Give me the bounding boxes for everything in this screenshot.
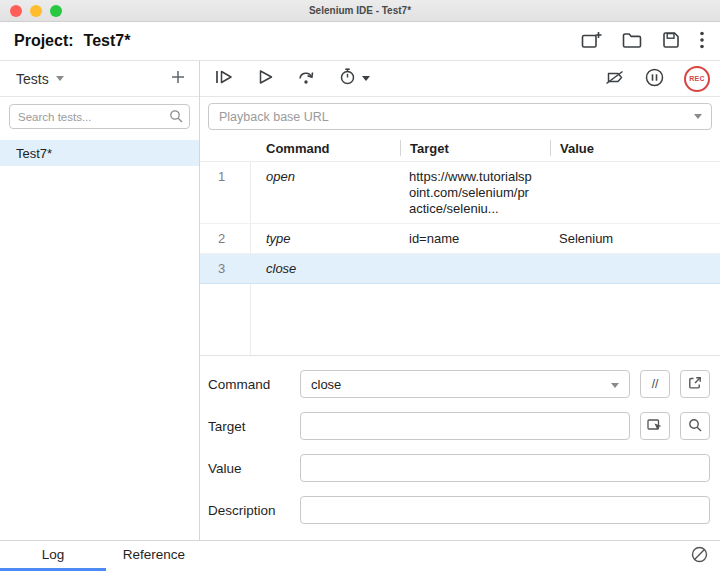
tests-dropdown-caret-icon[interactable] <box>56 76 64 81</box>
search-tests-input[interactable] <box>9 104 190 129</box>
window-title: Selenium IDE - Test7* <box>0 5 720 16</box>
run-current-test-button[interactable] <box>258 69 273 88</box>
new-project-button[interactable] <box>581 31 602 52</box>
header-command: Command <box>250 141 400 156</box>
run-all-tests-button[interactable] <box>214 69 234 88</box>
test-speed-control[interactable] <box>339 68 370 89</box>
table-row-selected[interactable]: 3 close <box>200 254 720 284</box>
save-icon <box>662 31 680 52</box>
new-project-icon <box>581 31 602 52</box>
target-input[interactable] <box>300 412 630 440</box>
target-field-label: Target <box>208 419 300 434</box>
play-icon <box>258 69 273 88</box>
run-all-icon <box>214 69 234 88</box>
content-area: REC Command Target Value 1 <box>200 61 720 540</box>
open-in-new-window-button[interactable] <box>680 370 710 398</box>
clear-log-button[interactable] <box>691 546 708 566</box>
table-row[interactable]: 1 open https://www.tutorialspoint.com/se… <box>200 162 720 224</box>
app-header: Project: Test7* <box>0 22 720 60</box>
command-select-caret-icon <box>611 383 619 388</box>
command-detail-form: Command close // Target <box>200 355 720 540</box>
row-number: 3 <box>200 254 250 283</box>
add-test-button[interactable] <box>171 70 185 87</box>
open-project-button[interactable] <box>622 31 642 52</box>
command-field-label: Command <box>208 377 300 392</box>
circle-slash-icon <box>691 546 708 566</box>
main-area: Tests Test7* <box>0 60 720 540</box>
value-input[interactable] <box>300 454 710 482</box>
project-label: Project: <box>14 32 74 50</box>
table-row[interactable]: 2 type id=name Selenium <box>200 224 720 254</box>
command-table-body: 1 open https://www.tutorialspoint.com/se… <box>200 162 720 355</box>
record-button[interactable]: REC <box>684 66 710 92</box>
command-select-value: close <box>311 377 341 392</box>
project-name: Test7* <box>84 32 131 50</box>
tests-sidebar: Tests Test7* <box>0 61 200 540</box>
kebab-menu-icon <box>700 31 704 52</box>
traffic-lights <box>10 5 62 17</box>
selenium-ide-window: Selenium IDE - Test7* Project: Test7* <box>0 0 720 571</box>
playback-base-url-input[interactable] <box>208 103 712 130</box>
row-target: https://www.tutorialspoint.com/selenium/… <box>400 162 550 223</box>
plus-icon <box>171 70 185 87</box>
open-in-new-icon <box>688 376 702 393</box>
row-command: open <box>250 162 400 223</box>
step-over-button[interactable] <box>297 69 315 88</box>
row-value: Selenium <box>550 224 720 253</box>
row-target <box>400 254 550 283</box>
row-value <box>550 254 720 283</box>
playback-url-row <box>200 97 720 135</box>
test-list-item[interactable]: Test7* <box>0 140 199 166</box>
playback-toolbar: REC <box>200 61 720 97</box>
speed-dropdown-caret-icon <box>362 76 370 81</box>
more-options-button[interactable] <box>700 31 704 52</box>
header-value: Value <box>550 140 720 156</box>
row-value <box>550 162 720 223</box>
tab-reference[interactable]: Reference <box>106 541 202 571</box>
test-list: Test7* <box>0 133 199 540</box>
find-icon <box>688 418 702 435</box>
disable-breakpoints-button[interactable] <box>604 70 625 88</box>
select-target-button[interactable] <box>640 412 670 440</box>
select-target-icon <box>647 418 663 435</box>
step-over-icon <box>297 69 315 88</box>
command-select[interactable]: close <box>300 370 630 398</box>
row-command: type <box>250 224 400 253</box>
footer-bar: Log Reference <box>0 540 720 571</box>
row-command: close <box>250 254 400 283</box>
search-icon <box>169 109 183 127</box>
zoom-window-button[interactable] <box>50 5 62 17</box>
description-input[interactable] <box>300 496 710 524</box>
tab-log[interactable]: Log <box>0 541 106 571</box>
row-target: id=name <box>400 224 550 253</box>
close-window-button[interactable] <box>10 5 22 17</box>
open-folder-icon <box>622 31 642 52</box>
header-target: Target <box>400 140 550 156</box>
pause-circle-icon <box>645 68 664 90</box>
command-table-header: Command Target Value <box>200 135 720 162</box>
row-number: 2 <box>200 224 250 253</box>
row-number: 1 <box>200 162 250 223</box>
disable-breakpoints-icon <box>604 70 625 88</box>
pause-on-exceptions-button[interactable] <box>645 68 664 90</box>
stopwatch-icon <box>339 68 356 89</box>
comment-toggle-button[interactable]: // <box>640 370 670 398</box>
value-field-label: Value <box>208 461 300 476</box>
save-project-button[interactable] <box>662 31 680 52</box>
find-target-button[interactable] <box>680 412 710 440</box>
description-field-label: Description <box>208 503 300 518</box>
titlebar: Selenium IDE - Test7* <box>0 0 720 22</box>
tests-label: Tests <box>16 71 49 87</box>
minimize-window-button[interactable] <box>30 5 42 17</box>
url-dropdown-caret-icon[interactable] <box>694 114 702 119</box>
